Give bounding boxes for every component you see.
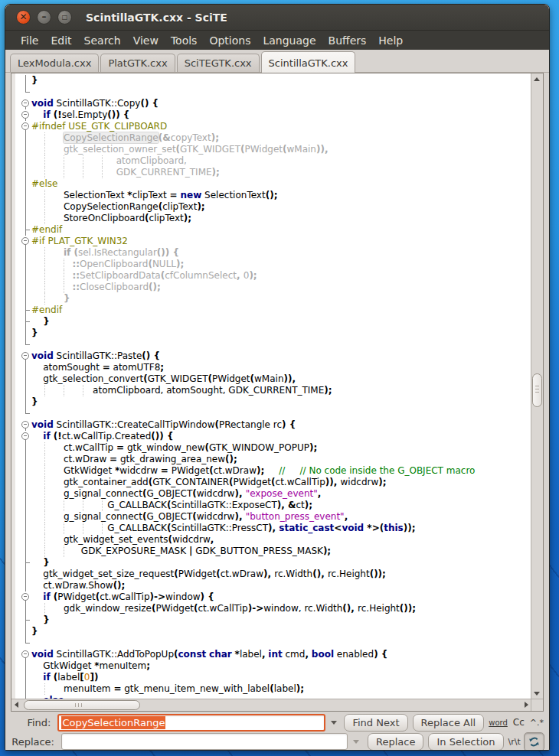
code-line[interactable]: ::SetClipboardData(cfColumnSelect, 0); (11, 270, 531, 282)
replace-button[interactable]: Replace (368, 733, 423, 751)
vertical-scrollbar-thumb[interactable] (532, 373, 542, 407)
code-line[interactable] (11, 637, 531, 649)
fold-marker[interactable] (15, 109, 29, 121)
scroll-down-icon[interactable] (534, 692, 540, 696)
code-line[interactable] (11, 86, 531, 98)
code-line[interactable]: } (11, 293, 531, 305)
replace-history-dropdown[interactable] (348, 734, 364, 749)
menu-item-view[interactable]: View (127, 33, 165, 48)
minimize-button[interactable]: – (37, 10, 51, 24)
code-line[interactable]: gdk_window_resize(PWidget(ct.wCallTip)->… (11, 603, 531, 614)
menu-item-tools[interactable]: Tools (165, 33, 204, 48)
code-line[interactable]: if (PWidget(ct.wCallTip)->window) { (11, 591, 531, 603)
code-line[interactable]: gtk_selection_convert(GTK_WIDGET(PWidget… (11, 373, 531, 385)
code-line[interactable]: if (!sel.Empty()) { (11, 109, 531, 121)
match-case-toggle[interactable]: Cc (513, 717, 525, 728)
code-line[interactable]: ct.wDraw.Show(); (11, 580, 531, 591)
fold-marker[interactable] (15, 649, 29, 660)
code-line[interactable]: #endif (11, 224, 531, 236)
fold-marker[interactable] (15, 419, 29, 431)
horizontal-scrollbar-thumb[interactable] (24, 700, 140, 710)
regex-toggle[interactable]: ^.* (530, 718, 544, 728)
tab-scintillagtk-cxx[interactable]: ScintillaGTK.cxx (261, 51, 356, 73)
tab-lexmodula-cxx[interactable]: LexModula.cxx (10, 54, 99, 73)
code-line[interactable]: CopySelectionRange(&copyText); (11, 132, 531, 144)
in-selection-button[interactable]: In Selection (428, 733, 503, 751)
code-line[interactable]: } (11, 316, 531, 327)
code-line[interactable]: void ScintillaGTK::Paste() { (11, 350, 531, 362)
code-line[interactable]: gtk_widget_set_size_request(PWidget(ct.w… (11, 569, 531, 580)
code-editor[interactable]: }void ScintillaGTK::Copy() { if (!sel.Em… (11, 73, 544, 712)
menu-item-language[interactable]: Language (257, 33, 322, 48)
code-line[interactable]: g_signal_connect(G_OBJECT(widcdrw), "exp… (11, 488, 531, 500)
menu-item-options[interactable]: Options (203, 33, 257, 48)
code-line[interactable]: ct.wDraw = gtk_drawing_area_new(); (11, 454, 531, 465)
code-line[interactable]: } (11, 75, 531, 86)
code-line[interactable]: void ScintillaGTK::CreateCallTipWindow(P… (11, 419, 531, 431)
wrap-around-toggle[interactable] (524, 732, 544, 751)
fold-marker[interactable] (15, 98, 29, 109)
code-line[interactable]: } (11, 327, 531, 339)
code-line[interactable]: void ScintillaGTK::Copy() { (11, 98, 531, 109)
code-line[interactable]: ::OpenClipboard(NULL); (11, 259, 531, 270)
code-line[interactable]: } (11, 396, 531, 408)
code-line[interactable]: ct.wCallTip = gtk_window_new(GTK_WINDOW_… (11, 442, 531, 454)
scroll-up-icon[interactable] (534, 77, 540, 81)
code-text-area[interactable]: }void ScintillaGTK::Copy() { if (!sel.Em… (11, 73, 531, 699)
code-line[interactable]: gtk_widget_set_events(widcdrw, (11, 534, 531, 546)
fold-marker[interactable] (15, 236, 29, 247)
replace-input[interactable] (61, 733, 348, 750)
scroll-right-icon[interactable] (525, 702, 528, 708)
code-line[interactable]: atomClipboard, atomSought, GDK_CURRENT_T… (11, 385, 531, 396)
code-line[interactable] (11, 408, 531, 419)
menu-item-buffers[interactable]: Buffers (322, 33, 373, 48)
code-line[interactable]: } (11, 614, 531, 626)
code-line[interactable]: gtk_container_add(GTK_CONTAINER(PWidget(… (11, 477, 531, 488)
backslash-escapes-toggle[interactable]: \r\t (508, 737, 521, 747)
title-bar[interactable]: ✕ – □ ScintillaGTK.cxx - SciTE (5, 5, 549, 31)
code-line[interactable]: GtkWidget *widcdrw = PWidget(ct.wDraw); … (11, 465, 531, 477)
code-line[interactable]: G_CALLBACK(ScintillaGTK::PressCT), stati… (11, 523, 531, 534)
find-history-dropdown[interactable] (325, 715, 341, 730)
tab-platgtk-cxx[interactable]: PlatGTK.cxx (100, 54, 175, 73)
code-line[interactable] (11, 339, 531, 350)
code-line[interactable]: StoreOnClipboard(clipText); (11, 213, 531, 224)
menu-item-file[interactable]: File (15, 33, 44, 48)
code-line[interactable]: #endif (11, 305, 531, 316)
whole-word-toggle[interactable]: word (489, 719, 508, 727)
code-line[interactable]: SelectionText *clipText = new SelectionT… (11, 190, 531, 201)
code-line[interactable]: atomClipboard, (11, 155, 531, 167)
replace-all-button[interactable]: Replace All (413, 714, 485, 732)
menu-item-help[interactable]: Help (372, 33, 409, 48)
code-line[interactable]: G_CALLBACK(ScintillaGTK::ExposeCT), &ct)… (11, 500, 531, 511)
vertical-scrollbar[interactable] (531, 73, 543, 699)
code-line[interactable]: g_signal_connect(G_OBJECT(widcdrw), "but… (11, 511, 531, 523)
code-line[interactable]: #ifndef USE_GTK_CLIPBOARD (11, 121, 531, 132)
fold-marker[interactable] (15, 591, 29, 603)
fold-marker[interactable] (15, 431, 29, 442)
code-line[interactable]: if (sel.IsRectangular()) { (11, 247, 531, 259)
code-line[interactable]: #else (11, 178, 531, 190)
fold-marker[interactable] (15, 121, 29, 132)
code-line[interactable]: if (label[0]) (11, 672, 531, 683)
maximize-button[interactable]: □ (57, 10, 72, 24)
code-line[interactable]: } (11, 557, 531, 569)
menu-item-search[interactable]: Search (78, 33, 127, 48)
tab-scitegtk-cxx[interactable]: SciTEGTK.cxx (177, 54, 260, 73)
horizontal-scrollbar[interactable] (11, 699, 531, 711)
find-input[interactable]: CopySelectionRange (57, 714, 325, 732)
fold-marker[interactable] (15, 350, 29, 362)
code-line[interactable]: GDK_EXPOSURE_MASK | GDK_BUTTON_PRESS_MAS… (11, 546, 531, 557)
code-line[interactable]: #if PLAT_GTK_WIN32 (11, 236, 531, 247)
code-line[interactable]: } (11, 626, 531, 637)
scroll-left-icon[interactable] (15, 702, 18, 708)
code-line[interactable]: CopySelectionRange(clipText); (11, 201, 531, 213)
close-button[interactable]: ✕ (16, 10, 31, 24)
code-line[interactable]: ::CloseClipboard(); (11, 282, 531, 293)
code-line[interactable]: GDK_CURRENT_TIME); (11, 167, 531, 178)
code-line[interactable]: void ScintillaGTK::AddToPopUp(const char… (11, 649, 531, 660)
code-line[interactable]: GtkWidget *menuItem; (11, 660, 531, 672)
code-line[interactable]: if (!ct.wCallTip.Created()) { (11, 431, 531, 442)
code-line[interactable]: atomSought = atomUTF8; (11, 362, 531, 373)
find-next-button[interactable]: Find Next (344, 714, 407, 732)
